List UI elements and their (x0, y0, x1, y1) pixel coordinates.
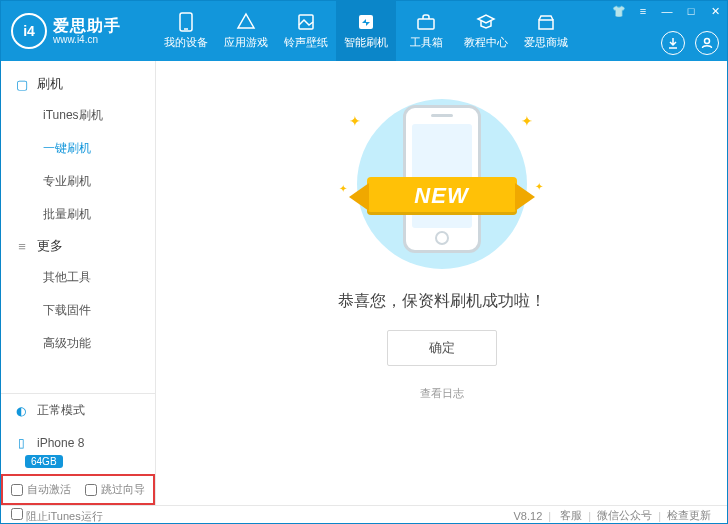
success-message: 恭喜您，保资料刷机成功啦！ (156, 291, 727, 312)
sidebar-item-itunes-flash[interactable]: iTunes刷机 (1, 99, 155, 132)
sidebar-item-advanced[interactable]: 高级功能 (1, 327, 155, 360)
close-icon[interactable]: ✕ (703, 1, 727, 21)
user-icon[interactable] (695, 31, 719, 55)
toolbox-icon (416, 12, 436, 32)
download-icon[interactable] (661, 31, 685, 55)
sidebar-group-more[interactable]: ≡ 更多 (1, 231, 155, 261)
app-name: 爱思助手 (53, 17, 121, 35)
sidebar-group-label: 更多 (37, 237, 63, 255)
device-name: iPhone 8 (37, 436, 84, 450)
tshirt-icon[interactable]: 👕 (607, 1, 631, 21)
nav-apps-games[interactable]: 应用游戏 (216, 1, 276, 61)
nav-ringtone-wallpaper[interactable]: 铃声壁纸 (276, 1, 336, 61)
logo-icon: i4 (11, 13, 47, 49)
nav-label: 铃声壁纸 (284, 35, 328, 50)
nav-label: 我的设备 (164, 35, 208, 50)
star-icon: ✦ (521, 113, 533, 129)
device-mode-label: 正常模式 (37, 402, 85, 419)
version-label: V8.12 (514, 510, 543, 522)
block-itunes-label: 阻止iTunes运行 (26, 510, 103, 522)
content-area: ✦ ✦ ✦ ✦ NEW 恭喜您，保资料刷机成功啦！ 确定 查看日志 (156, 61, 727, 505)
success-illustration: ✦ ✦ ✦ ✦ NEW (327, 91, 557, 271)
phone-small-icon: ▯ (13, 435, 29, 451)
sidebar-item-one-click-flash[interactable]: 一键刷机 (1, 132, 155, 165)
auto-activate-input[interactable] (11, 484, 23, 496)
storage-badge: 64GB (25, 455, 63, 468)
block-itunes-input[interactable] (11, 508, 23, 520)
nav-my-device[interactable]: 我的设备 (156, 1, 216, 61)
sidebar-group-label: 刷机 (37, 75, 63, 93)
nav-toolbox[interactable]: 工具箱 (396, 1, 456, 61)
store-icon (536, 12, 556, 32)
tutorial-icon (476, 12, 496, 32)
list-icon: ≡ (15, 239, 29, 253)
star-icon: ✦ (535, 181, 543, 192)
nav-label: 应用游戏 (224, 35, 268, 50)
svg-rect-5 (539, 20, 553, 29)
nav-label: 爱思商城 (524, 35, 568, 50)
svg-point-6 (705, 39, 710, 44)
app-url: www.i4.cn (53, 34, 121, 45)
star-icon: ✦ (339, 183, 347, 194)
view-log-link[interactable]: 查看日志 (156, 386, 727, 401)
svg-rect-4 (418, 19, 434, 29)
main-nav: 我的设备 应用游戏 铃声壁纸 智能刷机 工具箱 教程中心 (156, 1, 576, 61)
mode-icon: ◐ (13, 403, 29, 419)
ribbon-text: NEW (367, 177, 517, 215)
nav-tutorials[interactable]: 教程中心 (456, 1, 516, 61)
status-link-update[interactable]: 检查更新 (667, 508, 711, 523)
sidebar-item-pro-flash[interactable]: 专业刷机 (1, 165, 155, 198)
sidebar: ▢ 刷机 iTunes刷机 一键刷机 专业刷机 批量刷机 ≡ 更多 其他工具 下… (1, 61, 156, 505)
nav-label: 教程中心 (464, 35, 508, 50)
options-box: 自动激活 跳过向导 (1, 474, 155, 505)
flash-icon (356, 12, 376, 32)
device-icon (176, 12, 196, 32)
app-logo: i4 爱思助手 www.i4.cn (1, 13, 156, 49)
titlebar: i4 爱思助手 www.i4.cn 我的设备 应用游戏 铃声壁纸 智能刷机 (1, 1, 727, 61)
star-icon: ✦ (349, 113, 361, 129)
status-link-support[interactable]: 客服 (560, 508, 582, 523)
skip-guide-label: 跳过向导 (101, 482, 145, 497)
nav-label: 工具箱 (410, 35, 443, 50)
status-link-wechat[interactable]: 微信公众号 (597, 508, 652, 523)
window-controls: 👕 ≡ — □ ✕ (607, 1, 727, 21)
sidebar-item-batch-flash[interactable]: 批量刷机 (1, 198, 155, 231)
apps-icon (236, 12, 256, 32)
sidebar-group-flash[interactable]: ▢ 刷机 (1, 69, 155, 99)
maximize-icon[interactable]: □ (679, 1, 703, 21)
minimize-icon[interactable]: — (655, 1, 679, 21)
nav-label: 智能刷机 (344, 35, 388, 50)
block-itunes-checkbox[interactable]: 阻止iTunes运行 (11, 508, 103, 524)
phone-icon: ▢ (15, 77, 29, 91)
skip-guide-checkbox[interactable]: 跳过向导 (85, 482, 145, 497)
sidebar-item-download-firmware[interactable]: 下载固件 (1, 294, 155, 327)
device-mode-row[interactable]: ◐ 正常模式 (1, 394, 155, 427)
wallpaper-icon (296, 12, 316, 32)
nav-store[interactable]: 爱思商城 (516, 1, 576, 61)
nav-smart-flash[interactable]: 智能刷机 (336, 1, 396, 61)
confirm-button[interactable]: 确定 (387, 330, 497, 366)
device-row[interactable]: ▯ iPhone 8 (1, 427, 155, 451)
skip-guide-input[interactable] (85, 484, 97, 496)
auto-activate-checkbox[interactable]: 自动激活 (11, 482, 71, 497)
auto-activate-label: 自动激活 (27, 482, 71, 497)
menu-icon[interactable]: ≡ (631, 1, 655, 21)
sidebar-item-other-tools[interactable]: 其他工具 (1, 261, 155, 294)
statusbar: 阻止iTunes运行 V8.12 | 客服 | 微信公众号 | 检查更新 (1, 505, 727, 524)
